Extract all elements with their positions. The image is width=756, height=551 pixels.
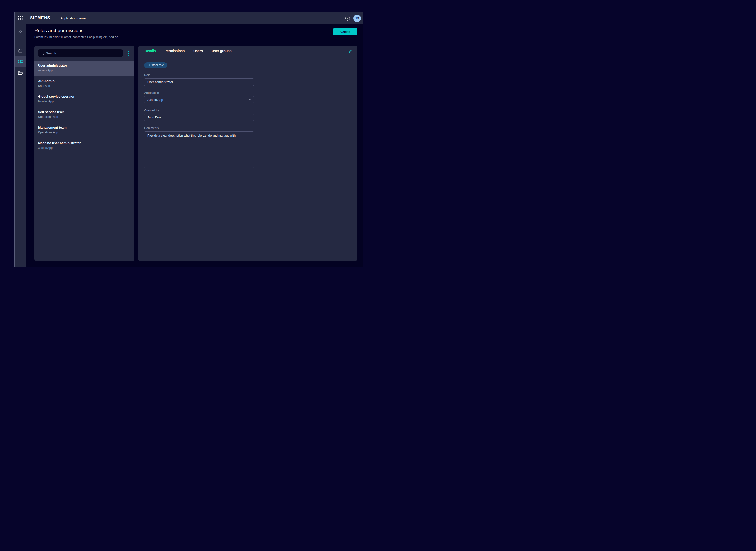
role-item-title: User administrator bbox=[38, 64, 131, 67]
roles-list-panel: User administrator Assets App API Admin … bbox=[34, 46, 134, 261]
app-launcher-icon[interactable] bbox=[15, 12, 26, 24]
role-item-subtitle: Data App bbox=[38, 84, 131, 87]
role-list-item[interactable]: Management team Operations App bbox=[34, 123, 134, 138]
search-input[interactable] bbox=[46, 51, 120, 55]
role-list-item[interactable]: Global service operator Monitor App bbox=[34, 92, 134, 107]
role-field-input[interactable] bbox=[144, 78, 254, 86]
role-item-title: Self service user bbox=[38, 110, 131, 114]
folder-icon bbox=[18, 71, 23, 75]
search-icon bbox=[40, 51, 44, 55]
tab-details[interactable]: Details bbox=[138, 46, 160, 56]
more-options-icon[interactable] bbox=[125, 49, 132, 57]
sidebar-item-projects[interactable] bbox=[15, 68, 26, 78]
app-window: SIEMENS Application name ? JD bbox=[14, 12, 363, 267]
role-field-block: Role bbox=[144, 73, 254, 86]
role-item-title: Management team bbox=[38, 126, 131, 129]
created-by-field-label: Created by bbox=[144, 109, 254, 112]
role-item-subtitle: Assets App bbox=[38, 146, 131, 149]
tab-permissions[interactable]: Permissions bbox=[160, 46, 189, 56]
role-details-panel: Details Permissions Users User groups bbox=[138, 46, 357, 261]
application-field-block: Application Assets App bbox=[144, 91, 254, 103]
topbar-actions: ? JD bbox=[345, 15, 363, 22]
tabs-bar: Details Permissions Users User groups bbox=[138, 46, 357, 56]
page-subtitle: Lorem ipsum dolor sit amet, consectetur … bbox=[34, 35, 357, 39]
pencil-icon bbox=[348, 49, 352, 54]
grid-dots-icon bbox=[18, 16, 23, 20]
application-field-label: Application bbox=[144, 91, 254, 94]
page-title: Roles and permissions bbox=[34, 28, 357, 33]
tab-users[interactable]: Users bbox=[189, 46, 207, 56]
role-item-subtitle: Monitor App bbox=[38, 100, 131, 103]
sidebar bbox=[15, 24, 26, 267]
edit-button[interactable] bbox=[347, 48, 353, 54]
tab-user-groups[interactable]: User groups bbox=[207, 46, 236, 56]
sidebar-item-roles[interactable] bbox=[15, 56, 26, 67]
created-by-field-block: Created by bbox=[144, 109, 254, 121]
create-button[interactable]: Create bbox=[333, 28, 357, 35]
created-by-input[interactable] bbox=[144, 114, 254, 121]
role-item-subtitle: Operations App bbox=[38, 115, 131, 118]
role-list: User administrator Assets App API Admin … bbox=[34, 61, 134, 261]
application-select[interactable]: Assets App bbox=[144, 96, 254, 103]
role-list-item[interactable]: User administrator Assets App bbox=[34, 61, 134, 76]
comments-field-label: Comments bbox=[144, 126, 254, 130]
top-header: SIEMENS Application name ? JD bbox=[15, 12, 363, 24]
help-icon[interactable]: ? bbox=[345, 16, 350, 21]
active-tab-indicator bbox=[138, 56, 162, 56]
details-form: Custom role Role Application Assets App bbox=[138, 56, 357, 169]
role-list-item[interactable]: Self service user Operations App bbox=[34, 107, 134, 123]
application-name: Application name bbox=[61, 16, 86, 20]
users-group-icon bbox=[18, 60, 23, 64]
comments-textarea[interactable]: Provide a clear description what this ro… bbox=[144, 131, 254, 168]
siemens-logo: SIEMENS bbox=[30, 15, 50, 21]
double-chevron-right-icon bbox=[18, 30, 23, 33]
role-item-title: Machine user administrator bbox=[38, 141, 131, 145]
role-field-label: Role bbox=[144, 73, 254, 77]
chevron-down-icon bbox=[248, 98, 251, 101]
custom-role-badge: Custom role bbox=[144, 62, 167, 68]
role-list-item[interactable]: API Admin Data App bbox=[34, 76, 134, 92]
role-item-subtitle: Operations App bbox=[38, 131, 131, 134]
role-item-title: API Admin bbox=[38, 79, 131, 83]
home-icon bbox=[18, 48, 23, 53]
avatar[interactable]: JD bbox=[353, 15, 361, 22]
sidebar-item-home[interactable] bbox=[15, 45, 26, 56]
comments-field-block: Comments Provide a clear description wha… bbox=[144, 126, 254, 169]
roles-list-header bbox=[34, 46, 134, 61]
search-box[interactable] bbox=[38, 49, 123, 57]
role-item-title: Global service operator bbox=[38, 95, 131, 98]
sidebar-expand-button[interactable] bbox=[15, 26, 26, 37]
main-content: Roles and permissions Lorem ipsum dolor … bbox=[26, 24, 363, 267]
role-list-item[interactable]: Machine user administrator Assets App bbox=[34, 138, 134, 154]
role-item-subtitle: Assets App bbox=[38, 69, 131, 72]
